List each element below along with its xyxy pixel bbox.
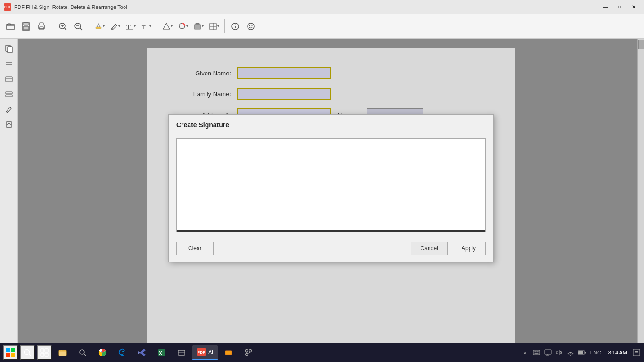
language-indicator[interactable]: ENG: [588, 350, 603, 355]
insert-dropdown-arrow: ▾: [149, 24, 151, 28]
text-tool-button[interactable]: T ▾: [123, 19, 138, 34]
taskbar-app-git[interactable]: [239, 345, 257, 360]
taskbar-app-pdf[interactable]: PDF Ai: [192, 345, 218, 360]
svg-line-10: [65, 28, 66, 30]
network-icon[interactable]: [566, 345, 575, 360]
notification-icon[interactable]: [632, 345, 641, 360]
svg-rect-40: [6, 348, 10, 352]
pen-tool-button[interactable]: ▾: [107, 19, 123, 34]
svg-rect-31: [8, 47, 12, 53]
svg-point-29: [252, 25, 253, 26]
svg-point-61: [245, 354, 248, 356]
taskbar-app-files[interactable]: [173, 345, 190, 360]
taskbar-app-extra[interactable]: [220, 345, 238, 360]
taskbar-left: X PDF Ai: [3, 345, 257, 360]
taskbar-app-excel[interactable]: X: [153, 345, 171, 360]
search-button[interactable]: [20, 345, 35, 360]
separator-2: [89, 19, 89, 33]
form-fields-icon[interactable]: [2, 88, 16, 101]
taskbar: X PDF Ai ∧ ENG: [0, 343, 644, 362]
taskbar-app-edge[interactable]: [113, 345, 131, 360]
start-button[interactable]: [3, 345, 18, 360]
apply-button[interactable]: Apply: [452, 242, 486, 255]
taskbar-app-chrome[interactable]: [93, 345, 111, 360]
taskbar-app-vscode[interactable]: [133, 345, 151, 360]
svg-rect-0: [7, 24, 14, 30]
taskbar-app-search[interactable]: [74, 345, 91, 360]
color-tool-button[interactable]: ▾: [175, 19, 190, 34]
zoom-in-button[interactable]: [55, 19, 70, 34]
svg-rect-14: [96, 27, 101, 29]
file-tools: [3, 19, 49, 34]
keyboard-icon[interactable]: [532, 345, 541, 360]
sound-icon[interactable]: [554, 345, 564, 360]
svg-text:X: X: [159, 351, 162, 356]
svg-rect-58: [178, 350, 185, 355]
svg-rect-43: [11, 353, 15, 357]
bookmark-icon[interactable]: [2, 118, 16, 131]
highlight-tool-button[interactable]: ▾: [92, 19, 107, 34]
svg-rect-20: [196, 23, 199, 25]
left-sidebar: [0, 39, 18, 343]
text-dropdown-arrow: ▾: [134, 24, 136, 28]
maximize-button[interactable]: □: [613, 2, 626, 12]
modal-action-buttons: Cancel Apply: [411, 242, 486, 255]
battery-icon[interactable]: [577, 345, 586, 360]
signature-canvas[interactable]: [176, 138, 486, 232]
svg-rect-47: [45, 349, 48, 352]
right-scrollbar[interactable]: [637, 39, 644, 343]
clock[interactable]: 8:14 AM: [605, 350, 630, 355]
list-icon[interactable]: [2, 58, 16, 71]
svg-rect-37: [6, 92, 12, 94]
info-tools: [228, 19, 258, 34]
shape-tool-button[interactable]: ▾: [160, 19, 175, 34]
pages-icon[interactable]: [2, 42, 16, 56]
close-button[interactable]: ✕: [627, 2, 640, 12]
emoji-button[interactable]: [243, 19, 258, 34]
window-controls: — □ ✕: [599, 2, 640, 12]
pen-dropdown-arrow: ▾: [118, 24, 120, 28]
svg-rect-76: [578, 351, 583, 354]
create-signature-modal: Create Signature Clear Cancel Apply: [168, 114, 494, 262]
svg-rect-35: [6, 77, 12, 82]
annotation-tools: ▾ ▾ T ▾ ⊤ ▾: [92, 19, 154, 34]
save-button[interactable]: [18, 19, 33, 34]
svg-rect-51: [59, 352, 66, 356]
shape-dropdown-arrow: ▾: [171, 24, 173, 28]
svg-point-62: [245, 350, 248, 352]
table-tool-button[interactable]: ▾: [206, 19, 222, 34]
svg-point-60: [249, 350, 251, 352]
title-bar-left: PDF PDF Fill & Sign, Rotate, Delete & Re…: [4, 3, 127, 11]
clear-button[interactable]: Clear: [176, 242, 214, 255]
modal-title: Create Signature: [169, 115, 493, 133]
print-button[interactable]: [34, 19, 49, 34]
task-view-button[interactable]: [37, 345, 52, 360]
svg-rect-6: [40, 27, 43, 30]
stamp-dropdown-arrow: ▾: [202, 24, 204, 28]
info-button[interactable]: [228, 19, 243, 34]
time-display: 8:14 AM: [608, 350, 627, 355]
edit-content-icon[interactable]: [2, 103, 16, 116]
up-arrow-icon[interactable]: ∧: [520, 345, 530, 360]
svg-rect-41: [11, 348, 15, 352]
svg-line-13: [80, 28, 82, 30]
svg-text:⊤: ⊤: [141, 25, 146, 30]
modal-footer: Clear Cancel Apply: [169, 237, 493, 262]
svg-rect-42: [6, 353, 10, 357]
insert-tool-button[interactable]: ⊤ ▾: [139, 19, 154, 34]
scroll-thumb[interactable]: [638, 40, 644, 49]
cancel-button[interactable]: Cancel: [411, 242, 448, 255]
layers-icon[interactable]: [2, 73, 16, 86]
display-icon[interactable]: [543, 345, 553, 360]
stamp-tool-button[interactable]: ▾: [191, 19, 206, 34]
svg-point-44: [25, 350, 30, 355]
zoom-out-button[interactable]: [71, 19, 86, 34]
taskbar-app-explorer[interactable]: [54, 345, 72, 360]
svg-point-74: [570, 355, 571, 356]
svg-rect-59: [225, 351, 232, 355]
title-bar: PDF PDF Fill & Sign, Rotate, Delete & Re…: [0, 0, 644, 14]
open-file-button[interactable]: [3, 19, 18, 34]
svg-point-26: [235, 24, 236, 25]
separator-3: [157, 19, 157, 33]
minimize-button[interactable]: —: [599, 2, 612, 12]
